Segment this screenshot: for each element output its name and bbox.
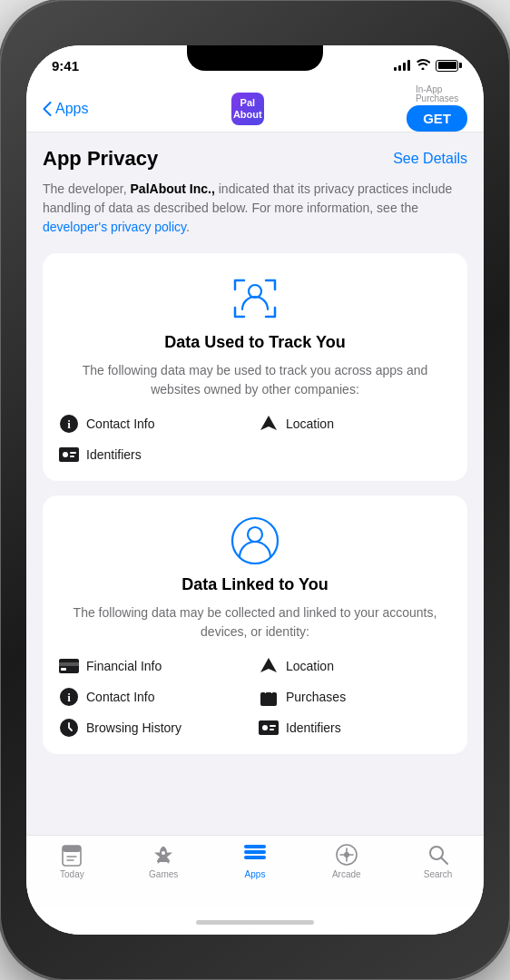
privacy-policy-link[interactable]: developer's privacy policy <box>43 220 186 234</box>
svg-rect-30 <box>244 845 266 848</box>
linked-card-title: Data Linked to You <box>59 575 451 594</box>
nav-right-area: In-AppPurchases GET <box>407 85 467 132</box>
svg-rect-12 <box>61 668 66 671</box>
battery-icon <box>436 60 458 72</box>
home-bar <box>196 920 314 925</box>
status-time: 9:41 <box>52 58 79 74</box>
svg-point-27 <box>162 851 165 855</box>
svg-point-9 <box>248 527 262 542</box>
info-circle-icon-2: i <box>59 687 79 707</box>
svg-rect-20 <box>270 725 276 727</box>
status-bar: 9:41 <box>26 45 484 85</box>
tab-search[interactable]: Search <box>392 843 484 879</box>
apps-tab-icon <box>243 843 267 867</box>
notch <box>187 45 323 71</box>
search-tab-label: Search <box>424 869 453 879</box>
id-card-icon <box>59 445 79 465</box>
linked-card-icon-wrap <box>59 515 451 566</box>
svg-rect-29 <box>244 856 266 859</box>
today-tab-icon <box>60 843 83 867</box>
phone-frame: 9:41 <box>0 0 510 980</box>
id-card-icon-2 <box>259 718 279 738</box>
svg-rect-7 <box>70 456 74 457</box>
svg-point-19 <box>262 725 268 730</box>
linked-card-desc: The following data may be collected and … <box>59 603 451 642</box>
tab-bar: Today Games <box>26 835 484 909</box>
apps-tab-label: Apps <box>245 869 266 879</box>
linked-financial-label: Financial Info <box>86 659 162 673</box>
linked-contact-label: Contact Info <box>86 690 155 704</box>
svg-point-0 <box>249 285 261 298</box>
svg-text:i: i <box>67 691 71 704</box>
phone-inner: 9:41 <box>26 45 484 935</box>
svg-rect-11 <box>59 662 79 666</box>
linked-browsing-label: Browsing History <box>86 720 181 735</box>
linked-item-financial: Financial Info <box>59 656 251 676</box>
location-arrow-icon-2 <box>259 656 279 676</box>
today-tab-label: Today <box>60 869 84 879</box>
search-tab-icon <box>427 843 450 867</box>
svg-rect-16 <box>260 692 277 706</box>
page-title: App Privacy <box>43 147 158 171</box>
svg-rect-18 <box>259 720 279 735</box>
arcade-tab-icon <box>335 843 358 867</box>
back-label: Apps <box>55 101 88 117</box>
svg-rect-28 <box>244 850 266 854</box>
track-contact-label: Contact Info <box>86 416 155 431</box>
linked-identifiers-label: Identifiers <box>286 720 341 735</box>
track-card: Data Used to Track You The following dat… <box>43 253 467 481</box>
tab-apps[interactable]: Apps <box>210 843 301 879</box>
svg-point-5 <box>63 452 68 457</box>
linked-purchases-label: Purchases <box>286 690 346 704</box>
track-items-grid: i Contact Info Loc <box>59 414 451 465</box>
screen: 9:41 <box>26 45 484 935</box>
tab-today[interactable]: Today <box>26 843 118 879</box>
linked-item-location: Location <box>259 656 451 676</box>
linked-item-browsing: Browsing History <box>59 718 251 738</box>
see-details-link[interactable]: See Details <box>393 151 467 167</box>
get-button[interactable]: GET <box>407 105 467 132</box>
svg-rect-23 <box>63 846 81 852</box>
arcade-tab-label: Arcade <box>332 869 361 879</box>
tab-games[interactable]: Games <box>118 843 210 879</box>
svg-rect-6 <box>70 452 76 454</box>
app-icon: PalAbout <box>231 93 264 125</box>
content-area: App Privacy See Details The developer, P… <box>26 132 484 835</box>
track-card-desc: The following data may be used to track … <box>59 361 451 399</box>
privacy-description: The developer, PalAbout Inc., indicated … <box>43 180 467 237</box>
privacy-header: App Privacy See Details <box>43 147 467 171</box>
in-app-label: In-AppPurchases <box>416 85 458 103</box>
tab-arcade[interactable]: Arcade <box>300 843 392 879</box>
svg-rect-21 <box>270 729 274 730</box>
linked-person-icon <box>230 515 280 566</box>
games-tab-icon <box>152 843 175 867</box>
svg-rect-4 <box>59 447 79 462</box>
linked-item-contact: i Contact Info <box>59 687 251 707</box>
navigation-bar: Apps PalAbout In-AppPurchases GET <box>26 85 484 132</box>
games-tab-label: Games <box>149 869 178 879</box>
credit-card-icon <box>59 656 79 676</box>
svg-point-32 <box>344 852 349 858</box>
track-card-icon-wrap <box>59 273 451 324</box>
linked-items-grid: Financial Info Location <box>59 656 451 738</box>
back-button[interactable]: Apps <box>43 101 88 117</box>
track-card-title: Data Used to Track You <box>59 333 451 352</box>
svg-marker-13 <box>260 658 277 672</box>
nav-app-info: PalAbout <box>231 93 264 125</box>
linked-card: Data Linked to You The following data ma… <box>43 495 467 754</box>
info-circle-icon: i <box>59 414 79 434</box>
shopping-bag-icon <box>259 687 279 707</box>
status-icons <box>394 59 458 73</box>
signal-icon <box>394 60 410 71</box>
track-item-location: Location <box>259 414 451 434</box>
location-arrow-icon <box>259 414 279 434</box>
track-item-contact: i Contact Info <box>59 414 251 434</box>
linked-location-label: Location <box>286 659 334 673</box>
svg-line-34 <box>441 858 447 865</box>
track-location-label: Location <box>286 416 334 431</box>
linked-item-identifiers: Identifiers <box>259 718 451 738</box>
svg-marker-3 <box>260 416 277 430</box>
svg-text:i: i <box>67 417 71 431</box>
home-indicator <box>26 909 484 935</box>
track-item-identifiers: Identifiers <box>59 445 251 465</box>
